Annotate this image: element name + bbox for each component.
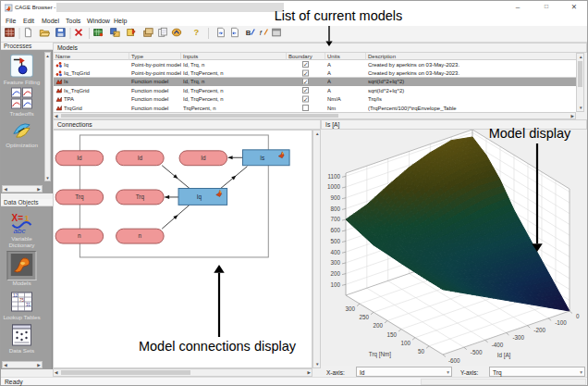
models-icon[interactable]: [7, 251, 37, 280]
variable-label: n: [78, 232, 81, 239]
cell-type: Point-by-point model: [131, 61, 181, 68]
sidebar-item-lookup-tables[interactable]: 127531Lookup Tables: [1, 291, 43, 321]
column-header-description[interactable]: Description: [366, 53, 577, 60]
cell-units: A: [327, 61, 366, 68]
sidebar-hscrollbar[interactable]: ◀▶: [2, 361, 43, 368]
surface-plot[interactable]: 1002003004005006007008009001000110050100…: [321, 130, 587, 366]
model-row-is[interactable]: IsFunction modelId, Trq, n✓Asqrt(Id^2+Iq…: [54, 78, 577, 86]
connections-hscrollbar[interactable]: ◀ ▶: [53, 368, 312, 377]
delete-icon[interactable]: [73, 27, 89, 41]
menu-file[interactable]: File: [6, 17, 16, 24]
cell-name: TPA: [64, 95, 129, 102]
boundary-checkbox[interactable]: [302, 105, 309, 111]
package-icon[interactable]: [142, 27, 158, 41]
scroll-right-icon[interactable]: ▶: [571, 114, 574, 118]
svg-text:-600: -600: [448, 357, 460, 364]
variable-node-Id1[interactable]: Id: [55, 151, 104, 166]
sidebar-item-optimization[interactable]: Optimization: [1, 119, 43, 149]
open-icon[interactable]: [39, 27, 55, 41]
cell-description: Created by aperkins on 03-May-2023.: [368, 61, 577, 68]
model-row-is_trqgrid[interactable]: Is_TrqGridFunction modelId, TrqPercent, …: [54, 86, 577, 94]
sidebar-item-data-sets[interactable]: Data Sets: [1, 324, 43, 355]
variable-node-Trq2[interactable]: Trq: [116, 190, 165, 205]
sidebar-item-variable-dictionary[interactable]: X=1abcVariable Dictionary: [1, 212, 43, 249]
lookup-tables-icon[interactable]: 127531: [11, 306, 33, 315]
variable-dictionary-icon[interactable]: X=1abc: [11, 228, 33, 236]
sidebar-item-label: Feature Filling: [1, 80, 43, 86]
column-header-boundary[interactable]: Boundary: [287, 53, 325, 60]
maximize-button[interactable]: □: [536, 1, 557, 13]
boundary-checkbox[interactable]: ✓: [302, 79, 309, 85]
sidebar-item-models[interactable]: Models: [1, 251, 43, 287]
tree-sidebar: ProcessesFeature FillingTradeoffsOptimiz…: [1, 43, 53, 377]
tradeoffs-icon[interactable]: [11, 103, 33, 111]
model-node-Is[interactable]: Is: [242, 150, 289, 166]
boundary-checkbox[interactable]: ✓: [302, 61, 309, 68]
menu-window[interactable]: Window: [87, 17, 110, 24]
column-header-type[interactable]: Type: [129, 53, 181, 60]
variable-node-Id2[interactable]: Id: [116, 151, 165, 166]
connections-vscrollbar[interactable]: ▲ ▼: [312, 130, 321, 368]
model-display-area: 1002003004005006007008009001000110050100…: [321, 130, 587, 366]
x-axis-dropdown[interactable]: Id▾: [356, 367, 452, 377]
variable-node-n1[interactable]: n: [55, 229, 104, 243]
boundary-checkbox[interactable]: ✓: [302, 69, 309, 76]
minimize-button[interactable]: –: [508, 1, 528, 13]
scroll-left-icon[interactable]: ◀: [55, 114, 57, 118]
feature-filling-icon[interactable]: [10, 71, 34, 80]
menu-model[interactable]: Model: [42, 17, 59, 24]
status-right-section: [421, 379, 586, 385]
print-icon[interactable]: [229, 27, 245, 41]
model-row-trqgrid[interactable]: TrqGridFunction modelTrqPercent, nNm(Trq…: [54, 104, 577, 112]
new-icon[interactable]: [22, 27, 38, 41]
menu-help[interactable]: Help: [114, 17, 127, 24]
close-button[interactable]: ✕: [564, 1, 584, 13]
cell-name: Iq_TrqGrid: [64, 69, 129, 76]
boundary-checkbox[interactable]: ✓: [302, 87, 309, 93]
svg-text:0: 0: [576, 313, 580, 319]
fit-icon[interactable]: [171, 27, 187, 41]
column-header-units[interactable]: Units: [325, 53, 366, 60]
models-table-hscrollbar[interactable]: ◀ ▶: [53, 112, 576, 119]
model-row-iq_trqgrid[interactable]: Iq_TrqGridPoint-by-point modelId, TrqPer…: [54, 68, 577, 77]
variable-node-Id3[interactable]: Id: [179, 151, 227, 166]
sidebar-vscrollbar[interactable]: ▲▼: [44, 52, 51, 181]
menu-tools[interactable]: Tools: [66, 17, 80, 24]
export-icon[interactable]: [109, 27, 125, 41]
y-axis-dropdown[interactable]: Trq▾: [489, 367, 585, 377]
column-header-name[interactable]: Name: [54, 53, 129, 60]
data-sets-icon[interactable]: [11, 340, 33, 348]
svg-text:1000: 1000: [327, 183, 341, 190]
model-browser-icon[interactable]: [4, 27, 19, 41]
app-icon: [5, 4, 13, 12]
svg-text:100: 100: [330, 281, 340, 288]
sidebar-item-feature-filling[interactable]: Feature Filling: [1, 54, 43, 86]
cell-description: sqrt(Id^2+Iq^2): [368, 79, 577, 85]
import-wizard-icon[interactable]: [92, 27, 108, 41]
variable-node-Trq1[interactable]: Trq: [55, 190, 104, 205]
sidebar-hscrollbar[interactable]: ◀▶: [2, 185, 43, 193]
sidebar-item-tradeoffs[interactable]: Tradeoffs: [1, 87, 43, 118]
model-row-tpa[interactable]: TPAFunction modelId, TrqPercent, n✓Nm/AT…: [54, 94, 577, 103]
model-row-iq[interactable]: IqPoint-by-point modelId, Trq, n✓ACreate…: [54, 60, 577, 68]
svg-text:12: 12: [13, 293, 18, 298]
models-table-vscrollbar[interactable]: ▲ ▼: [576, 53, 584, 112]
menu-edit[interactable]: Edit: [23, 17, 34, 24]
cell-inputs: Id, TrqPercent, n: [183, 95, 287, 102]
models-table[interactable]: NameTypeInputsBoundaryUnitsDescriptionIq…: [53, 53, 576, 112]
optimization-icon[interactable]: [11, 134, 32, 143]
connections-diagram[interactable]: IdIdIdTrqTrqnnIqIs: [53, 130, 312, 368]
link-icon[interactable]: [126, 27, 141, 41]
variable-node-n2[interactable]: n: [116, 229, 165, 243]
boundary-checkbox[interactable]: ✓: [302, 95, 309, 102]
window-tile-icon[interactable]: [271, 27, 287, 41]
svg-text:?: ?: [193, 27, 199, 37]
svg-text:X=: X=: [12, 213, 24, 223]
model-node-Iq[interactable]: Iq: [178, 189, 227, 205]
scroll-down-icon[interactable]: ▼: [579, 106, 582, 110]
scroll-up-icon[interactable]: ▲: [579, 55, 582, 59]
help-key-icon[interactable]: ?: [190, 27, 206, 41]
function-model-icon: [55, 79, 62, 87]
save-icon[interactable]: [55, 27, 70, 41]
column-header-inputs[interactable]: Inputs: [181, 53, 287, 60]
